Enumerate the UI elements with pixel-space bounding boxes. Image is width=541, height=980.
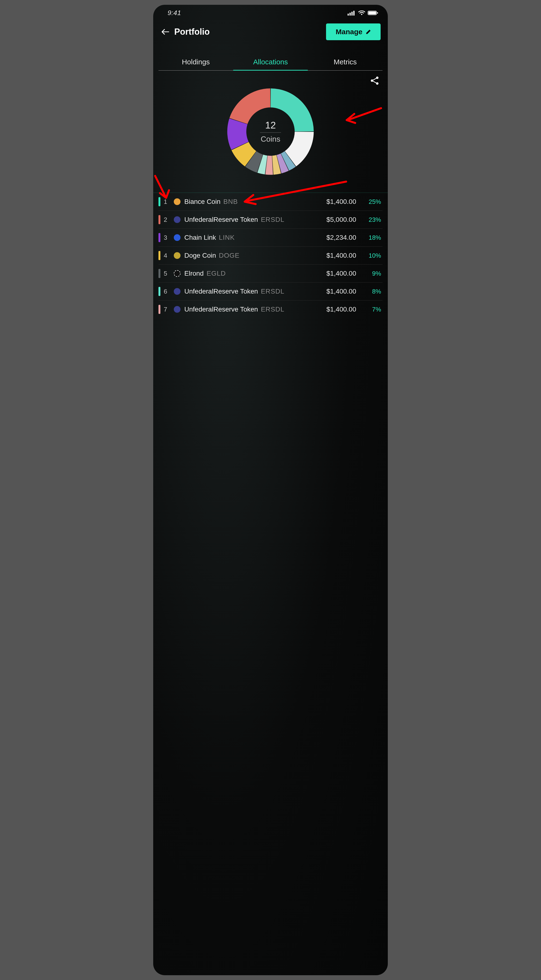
row-rank: 3	[164, 234, 171, 242]
coin-name: Chain Link	[184, 234, 216, 242]
coin-symbol: ERSDL	[261, 305, 284, 313]
table-row[interactable]: 5 Elrond EGLD $1,400.00 9%	[158, 265, 383, 283]
header: Portfolio Manage	[153, 18, 388, 45]
coin-symbol: ERSDL	[261, 288, 284, 295]
status-time: 9:41	[168, 9, 181, 17]
manage-button-label: Manage	[336, 28, 362, 36]
tab-label: Allocations	[253, 58, 288, 66]
coin-value: $1,400.00	[313, 270, 356, 277]
coin-symbol: BNB	[223, 198, 238, 205]
tab-label: Metrics	[334, 58, 357, 66]
annotation-arrow-icon	[340, 105, 383, 124]
tabs: Holdings Allocations Metrics	[158, 54, 383, 71]
table-row[interactable]: 3 Chain Link LINK $2,234.00 18%	[158, 229, 383, 247]
table-row[interactable]: 1 Biance Coin BNB $1,400.00 25%	[158, 193, 383, 211]
wifi-icon	[358, 10, 365, 16]
allocations-donut[interactable]: 12 Coins	[219, 80, 322, 183]
coin-icon	[174, 198, 180, 205]
coin-icon	[174, 216, 180, 223]
manage-button[interactable]: Manage	[326, 24, 381, 40]
row-stripe	[158, 269, 160, 278]
row-stripe	[158, 197, 160, 206]
svg-rect-2	[351, 12, 353, 16]
coin-name: Doge Coin	[184, 252, 216, 259]
row-name-wrap: Chain Link LINK	[184, 234, 310, 242]
coin-icon	[174, 288, 180, 295]
tab-holdings[interactable]: Holdings	[158, 54, 233, 70]
row-stripe	[158, 305, 160, 314]
coin-value: $1,400.00	[313, 198, 356, 205]
row-stripe	[158, 233, 160, 242]
coin-value: $2,234.00	[313, 234, 356, 242]
svg-rect-1	[349, 13, 351, 16]
row-rank: 2	[164, 216, 171, 223]
svg-rect-6	[369, 11, 376, 14]
row-name-wrap: Biance Coin BNB	[184, 198, 310, 205]
donut-center: 12 Coins	[260, 120, 281, 143]
coin-percent: 25%	[359, 198, 381, 205]
table-row[interactable]: 2 UnfederalReserve Token ERSDL $5,000.00…	[158, 211, 383, 229]
tab-allocations[interactable]: Allocations	[233, 54, 308, 70]
svg-point-8	[376, 76, 378, 79]
portfolio-screen: 9:41 Portfolio Manage	[153, 5, 388, 975]
coin-icon	[174, 234, 180, 241]
svg-line-13	[348, 108, 381, 120]
coin-symbol: DOGE	[219, 252, 239, 259]
tab-metrics[interactable]: Metrics	[308, 54, 383, 70]
status-bar: 9:41	[153, 5, 388, 18]
svg-rect-0	[348, 14, 349, 16]
donut-label: Coins	[260, 135, 281, 143]
row-rank: 5	[164, 270, 171, 277]
row-name-wrap: UnfederalReserve Token ERSDL	[184, 288, 310, 295]
row-rank: 1	[164, 198, 171, 205]
coin-percent: 18%	[359, 234, 381, 242]
coin-name: Biance Coin	[184, 198, 220, 205]
chart-area: 12 Coins	[153, 71, 388, 192]
svg-line-12	[373, 81, 376, 83]
coin-name: Elrond	[184, 270, 204, 277]
coin-value: $5,000.00	[313, 216, 356, 223]
share-icon	[370, 76, 380, 86]
page-title: Portfolio	[174, 27, 210, 37]
battery-icon	[368, 10, 378, 16]
cell-signal-icon	[348, 10, 356, 16]
row-rank: 4	[164, 252, 171, 259]
tab-label: Holdings	[182, 58, 210, 66]
coin-symbol: ERSDL	[261, 216, 284, 223]
row-stripe	[158, 287, 160, 296]
coin-name: UnfederalReserve Token	[184, 288, 258, 295]
pencil-icon	[366, 29, 371, 35]
coin-percent: 9%	[359, 270, 381, 277]
row-name-wrap: UnfederalReserve Token ERSDL	[184, 305, 310, 313]
row-rank: 7	[164, 306, 171, 313]
coin-icon	[174, 306, 180, 313]
row-name-wrap: Doge Coin DOGE	[184, 252, 310, 259]
svg-line-11	[373, 78, 376, 80]
coin-value: $1,400.00	[313, 288, 356, 295]
svg-point-10	[376, 82, 378, 85]
coin-percent: 8%	[359, 288, 381, 295]
coin-value: $1,400.00	[313, 252, 356, 259]
svg-rect-3	[353, 11, 354, 16]
coin-symbol: LINK	[219, 234, 235, 242]
coin-icon	[174, 270, 180, 277]
table-row[interactable]: 4 Doge Coin DOGE $1,400.00 10%	[158, 247, 383, 265]
coin-value: $1,400.00	[313, 305, 356, 313]
row-stripe	[158, 215, 160, 224]
table-row[interactable]: 6 UnfederalReserve Token ERSDL $1,400.00…	[158, 283, 383, 301]
share-button[interactable]	[370, 76, 381, 86]
coin-name: UnfederalReserve Token	[184, 305, 258, 313]
row-name-wrap: Elrond EGLD	[184, 270, 310, 277]
back-button[interactable]	[160, 27, 170, 37]
donut-count: 12	[260, 120, 281, 130]
coin-symbol: EGLD	[207, 270, 226, 277]
row-stripe	[158, 251, 160, 260]
svg-rect-7	[377, 12, 378, 14]
coin-percent: 10%	[359, 252, 381, 259]
coin-icon	[174, 252, 180, 259]
svg-point-9	[371, 80, 373, 82]
allocations-list: 1 Biance Coin BNB $1,400.00 25% 2 Unfede…	[153, 192, 388, 318]
coin-percent: 23%	[359, 216, 381, 223]
table-row[interactable]: 7 UnfederalReserve Token ERSDL $1,400.00…	[158, 301, 383, 318]
row-name-wrap: UnfederalReserve Token ERSDL	[184, 216, 310, 223]
